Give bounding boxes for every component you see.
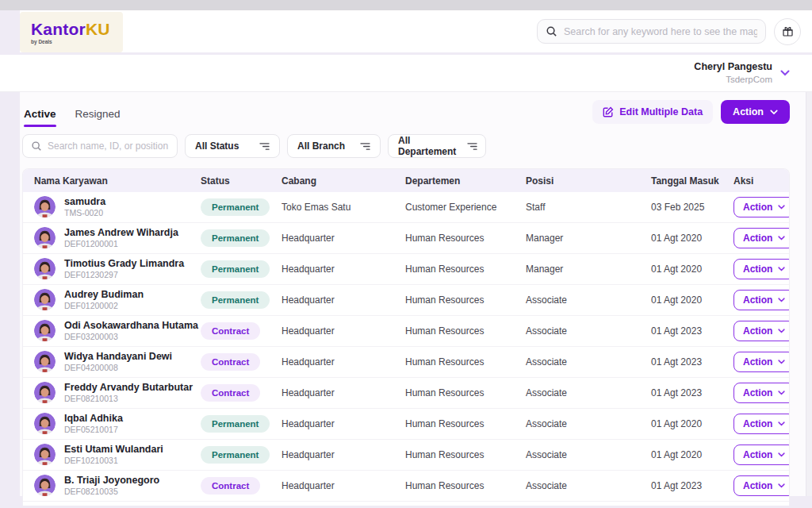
status-badge: Permanent bbox=[201, 446, 270, 464]
row-action-button[interactable]: Action bbox=[733, 475, 790, 496]
table-search-input[interactable] bbox=[48, 140, 170, 152]
employee-id: DEF04200008 bbox=[64, 363, 172, 374]
department-filter-dropdown[interactable]: All Departement bbox=[388, 134, 486, 158]
join-date-cell: 01 Agt 2020 bbox=[649, 233, 732, 244]
department-cell: Human Resources bbox=[404, 387, 524, 398]
employee-avatar bbox=[34, 351, 56, 372]
chevron-down-icon bbox=[778, 298, 785, 302]
row-action-button[interactable]: Action bbox=[733, 228, 790, 248]
row-action-button[interactable]: Action bbox=[733, 197, 790, 217]
department-cell: Human Resources bbox=[404, 449, 524, 460]
employee-id: DEF01200001 bbox=[64, 239, 178, 250]
filter-lines-icon bbox=[360, 142, 370, 151]
table-row: James Andrew Wihardja DEF01200001 Perman… bbox=[23, 223, 789, 254]
row-action-button[interactable]: Action bbox=[733, 414, 790, 434]
chevron-down-icon bbox=[778, 483, 785, 488]
join-date-cell: 03 Feb 2025 bbox=[649, 202, 732, 213]
filter-row: All Status All Branch All Departement bbox=[20, 127, 812, 158]
employee-id: DEF08210013 bbox=[64, 394, 193, 405]
tab-active[interactable]: Active bbox=[24, 108, 56, 127]
edit-multiple-data-label: Edit Multiple Data bbox=[619, 106, 703, 117]
branch-filter-dropdown[interactable]: All Branch bbox=[287, 134, 381, 158]
row-action-button[interactable]: Action bbox=[733, 259, 790, 279]
row-action-button[interactable]: Action bbox=[733, 444, 790, 465]
row-action-label: Action bbox=[743, 418, 772, 429]
department-cell: Human Resources bbox=[404, 294, 524, 306]
employee-table: Nama Karyawan Status Cabang Departemen P… bbox=[22, 168, 790, 506]
branch-cell: Headquarter bbox=[280, 233, 404, 244]
position-cell: Associate bbox=[524, 325, 649, 337]
position-cell: Manager bbox=[524, 233, 649, 244]
position-cell: Associate bbox=[524, 294, 649, 306]
employee-id: TMS-0020 bbox=[64, 208, 105, 219]
edit-multiple-data-button[interactable]: Edit Multiple Data bbox=[592, 100, 713, 124]
filter-lines-icon bbox=[259, 142, 270, 151]
join-date-cell: 01 Agt 2020 bbox=[649, 418, 732, 429]
join-date-cell: 01 Agt 2020 bbox=[649, 449, 732, 460]
tab-resigned[interactable]: Resigned bbox=[75, 108, 121, 127]
column-header-departemen: Departemen bbox=[404, 175, 524, 187]
table-row: Widya Handayani Dewi DEF04200008 Contrac… bbox=[23, 347, 789, 378]
row-action-label: Action bbox=[743, 480, 772, 491]
row-action-button[interactable]: Action bbox=[733, 290, 790, 310]
position-cell: Associate bbox=[524, 449, 649, 460]
column-header-aksi: Aksi bbox=[732, 175, 789, 187]
status-badge: Permanent bbox=[201, 291, 270, 309]
employee-id: DEF10210031 bbox=[64, 456, 163, 467]
profile-name: Cheryl Pangestu bbox=[694, 61, 772, 74]
table-search[interactable] bbox=[22, 134, 178, 158]
branch-cell: Headquarter bbox=[280, 387, 404, 398]
profile-company: TsderpCom bbox=[694, 74, 772, 85]
global-search-input[interactable] bbox=[564, 26, 757, 37]
join-date-cell: 01 Agt 2020 bbox=[649, 264, 732, 275]
status-badge: Permanent bbox=[201, 260, 270, 278]
table-row: samudra TMS-0020 Permanent Toko Emas Sat… bbox=[23, 192, 789, 223]
employee-avatar bbox=[34, 289, 56, 310]
gift-button[interactable] bbox=[774, 18, 801, 45]
row-action-label: Action bbox=[743, 264, 772, 275]
employee-name: Iqbal Adhika bbox=[64, 413, 123, 425]
employee-name: Esti Utami Wulandari bbox=[64, 444, 163, 456]
position-cell: Associate bbox=[524, 356, 649, 368]
brand-logo[interactable]: KantorKU by Deals bbox=[20, 12, 123, 52]
employee-avatar bbox=[34, 382, 56, 403]
column-header-posisi: Posisi bbox=[524, 175, 649, 187]
row-action-button[interactable]: Action bbox=[733, 321, 790, 341]
tabs: Active Resigned bbox=[24, 102, 121, 127]
employee-avatar bbox=[34, 475, 56, 496]
branch-cell: Headquarter bbox=[280, 294, 404, 306]
chevron-down-icon bbox=[778, 267, 785, 271]
department-filter-label: All Departement bbox=[398, 135, 456, 157]
global-search[interactable] bbox=[537, 19, 766, 44]
branch-cell: Toko Emas Satu bbox=[280, 202, 404, 213]
table-row: Freddy Arvandy Butarbutar DEF08210013 Co… bbox=[23, 378, 789, 409]
row-action-label: Action bbox=[743, 202, 772, 213]
chevron-down-icon bbox=[778, 360, 785, 364]
brand-tagline: by Deals bbox=[31, 39, 110, 44]
employee-avatar bbox=[34, 320, 56, 341]
scrollbar[interactable] bbox=[806, 92, 812, 496]
chevron-down-icon bbox=[778, 452, 785, 457]
chevron-down-icon bbox=[778, 329, 785, 333]
column-header-status: Status bbox=[199, 175, 280, 187]
status-filter-dropdown[interactable]: All Status bbox=[185, 134, 280, 158]
position-cell: Associate bbox=[524, 480, 649, 491]
row-action-label: Action bbox=[743, 325, 772, 337]
department-cell: Human Resources bbox=[404, 356, 524, 368]
department-cell: Human Resources bbox=[404, 264, 524, 275]
search-icon bbox=[546, 25, 557, 37]
row-action-button[interactable]: Action bbox=[733, 383, 790, 403]
chevron-down-icon bbox=[780, 70, 790, 76]
table-body: samudra TMS-0020 Permanent Toko Emas Sat… bbox=[23, 192, 789, 502]
profile-menu[interactable]: Cheryl Pangestu TsderpCom bbox=[694, 61, 790, 85]
department-cell: Human Resources bbox=[404, 233, 524, 244]
bulk-action-button[interactable]: Action bbox=[721, 100, 790, 124]
bulk-action-label: Action bbox=[733, 106, 764, 117]
join-date-cell: 01 Agt 2023 bbox=[649, 480, 732, 491]
row-action-button[interactable]: Action bbox=[733, 352, 790, 372]
topbar: KantorKU by Deals bbox=[20, 10, 812, 52]
position-cell: Associate bbox=[524, 418, 649, 429]
branch-cell: Headquarter bbox=[280, 449, 404, 460]
status-badge: Contract bbox=[201, 322, 260, 340]
employee-name: Freddy Arvandy Butarbutar bbox=[64, 382, 193, 394]
